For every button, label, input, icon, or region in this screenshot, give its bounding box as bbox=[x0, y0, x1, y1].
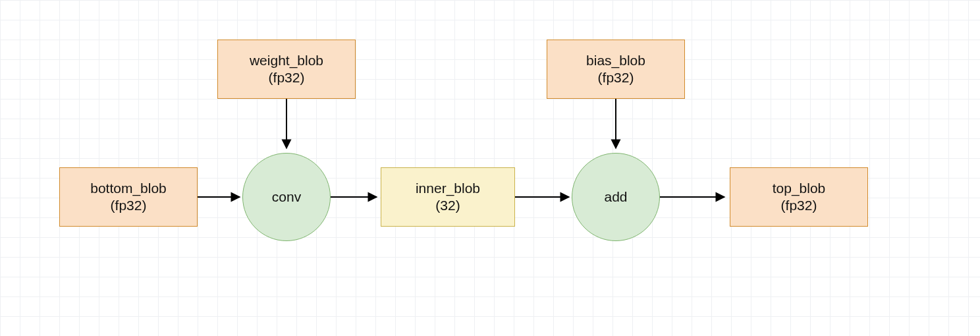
node-dtype: (32) bbox=[435, 197, 460, 214]
node-inner-blob[interactable]: inner_blob (32) bbox=[381, 167, 515, 227]
diagram-canvas[interactable]: bottom_blob (fp32) weight_blob (fp32) co… bbox=[0, 0, 980, 336]
node-weight-blob[interactable]: weight_blob (fp32) bbox=[217, 40, 356, 99]
node-conv-op[interactable]: conv bbox=[242, 153, 331, 241]
node-dtype: (fp32) bbox=[598, 69, 634, 86]
node-dtype: (fp32) bbox=[781, 197, 817, 214]
node-top-blob[interactable]: top_blob (fp32) bbox=[730, 167, 868, 227]
node-label: top_blob bbox=[773, 180, 826, 197]
node-label: bias_blob bbox=[586, 52, 645, 69]
node-add-op[interactable]: add bbox=[572, 153, 660, 241]
node-bottom-blob[interactable]: bottom_blob (fp32) bbox=[59, 167, 198, 227]
node-label: conv bbox=[272, 188, 301, 206]
node-dtype: (fp32) bbox=[269, 69, 305, 86]
node-label: add bbox=[604, 188, 627, 206]
node-label: weight_blob bbox=[250, 52, 323, 69]
node-label: inner_blob bbox=[416, 180, 480, 197]
node-dtype: (fp32) bbox=[111, 197, 147, 214]
node-bias-blob[interactable]: bias_blob (fp32) bbox=[547, 40, 685, 99]
node-label: bottom_blob bbox=[90, 180, 167, 197]
